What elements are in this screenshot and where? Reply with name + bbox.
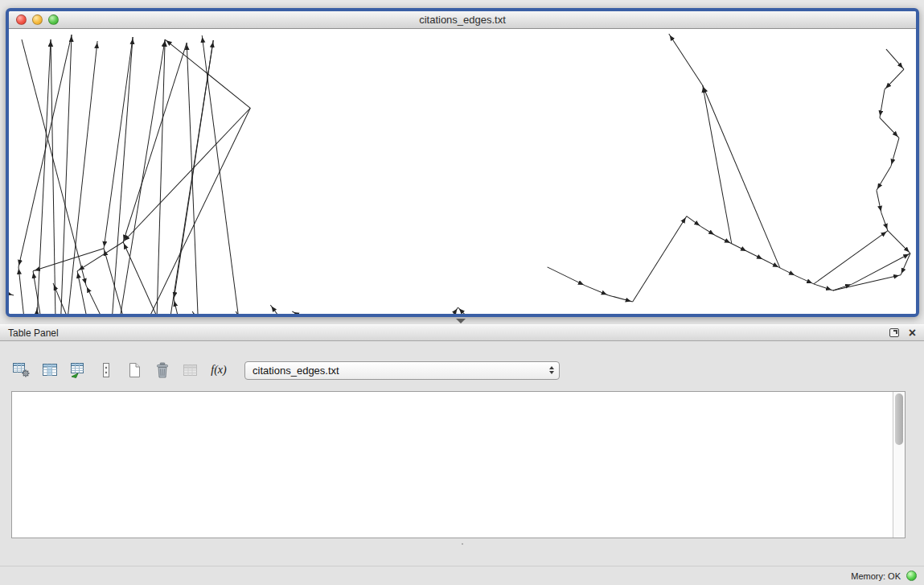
table-selector[interactable]: citations_edges.txt [244,361,560,380]
network-view[interactable] [9,29,916,314]
combo-stepper-icon [549,366,554,374]
show-columns-icon [40,361,60,379]
graph-edges-layer [9,34,910,314]
memory-status-icon[interactable] [906,571,917,581]
graph-edge[interactable] [123,43,187,242]
row-options-icon [97,361,116,379]
show-columns-button[interactable] [39,360,60,381]
delete-columns-button[interactable] [152,360,173,381]
graph-edge[interactable] [880,89,885,117]
network-window-titlebar[interactable]: citations_edges.txt [9,11,916,29]
graph-edge[interactable] [585,286,609,295]
graph-edge[interactable] [885,69,904,89]
graph-edge[interactable] [174,40,213,299]
graph-edge[interactable] [833,275,901,290]
table-mode-button[interactable] [11,360,32,381]
graph-edge[interactable] [202,35,250,314]
graph-edge[interactable] [105,37,133,314]
graph-edge[interactable] [51,39,57,314]
graph-edge[interactable] [123,242,202,314]
network-window: citations_edges.txt [6,8,919,317]
graph-edge[interactable] [669,34,703,85]
memory-status-label: Memory: OK [851,571,901,581]
minimize-window-button[interactable] [32,14,43,25]
status-bar: Memory: OK [0,566,924,585]
graph-edge[interactable] [609,295,633,302]
table-selector-value: citations_edges.txt [253,365,339,377]
graph-edge[interactable] [901,253,910,275]
graph-edge[interactable] [881,213,888,231]
zoom-window-button[interactable] [48,14,59,25]
table-scrollbar[interactable] [893,392,905,538]
table-panel-header: Table Panel × [0,324,924,341]
graph-edge[interactable] [18,35,72,267]
graph-edge[interactable] [877,191,881,213]
graph-edge[interactable] [633,216,687,302]
graph-edge[interactable] [292,311,411,314]
graph-edge[interactable] [764,260,780,268]
trash-icon [153,361,172,379]
close-window-button[interactable] [16,14,27,25]
function-builder-button[interactable]: f(x) [208,360,229,381]
graph-edge[interactable] [104,37,133,249]
graph-edge[interactable] [687,216,701,227]
graph-edge[interactable] [33,249,104,271]
graph-edge[interactable] [411,307,458,314]
graph-edge[interactable] [187,43,202,314]
table-scrollbar-thumb[interactable] [895,393,903,445]
graph-edge[interactable] [880,117,899,138]
row-options-button[interactable] [96,360,117,381]
graph-edge[interactable] [86,286,154,314]
merge-table-icon [181,361,200,379]
graph-edge[interactable] [104,249,154,314]
table-panel: Table Panel × [0,324,924,566]
graph-edge[interactable] [18,267,33,314]
close-panel-icon[interactable]: × [909,327,916,340]
import-column-icon [68,361,88,379]
graph-edge[interactable] [105,39,165,314]
graph-edge[interactable] [703,85,780,268]
graph-edge[interactable] [703,85,732,244]
merge-table-button[interactable] [180,360,201,381]
panel-divider-handle[interactable] [456,319,466,323]
graph-edge[interactable] [888,231,910,253]
graph-edge[interactable] [748,252,764,260]
graph-edge[interactable] [192,311,250,314]
graph-edge[interactable] [154,39,165,314]
table-panel-header-icons: × [889,327,916,340]
table-mode-icon [12,361,31,379]
node-table [11,391,906,538]
float-panel-icon[interactable] [889,328,899,337]
graph-edge[interactable] [77,271,105,314]
graph-edge[interactable] [105,108,250,314]
graph-edge[interactable] [701,227,716,236]
table-tabs-group [462,543,463,545]
graph-edge[interactable] [270,305,347,314]
graph-edge[interactable] [57,35,72,314]
graph-edge[interactable] [716,236,732,244]
graph-edge[interactable] [548,267,585,286]
graph-edge[interactable] [796,276,814,284]
graph-edge[interactable] [458,307,524,314]
graph-edge[interactable] [886,49,904,69]
graph-edge[interactable] [154,40,213,314]
graph-edge[interactable] [123,108,250,241]
graph-edge[interactable] [33,39,51,314]
graph-edge[interactable] [33,307,37,314]
graph-edge[interactable] [9,287,14,295]
table-tabs [0,543,924,545]
graph-edge[interactable] [877,166,891,190]
table-panel-title: Table Panel [8,328,59,339]
graph-edge[interactable] [814,284,833,290]
graph-edge[interactable] [891,138,899,166]
graph-edge[interactable] [165,39,250,108]
graph-edge[interactable] [732,244,748,252]
window-title: citations_edges.txt [419,14,506,26]
graph-edge[interactable] [780,268,796,276]
graph-edge[interactable] [814,231,888,284]
table-toolbar: f(x) citations_edges.txt [11,356,560,384]
export-table-button[interactable] [124,360,145,381]
network-canvas[interactable] [9,29,916,314]
graph-edge[interactable] [236,311,298,314]
import-column-button[interactable] [68,360,88,381]
